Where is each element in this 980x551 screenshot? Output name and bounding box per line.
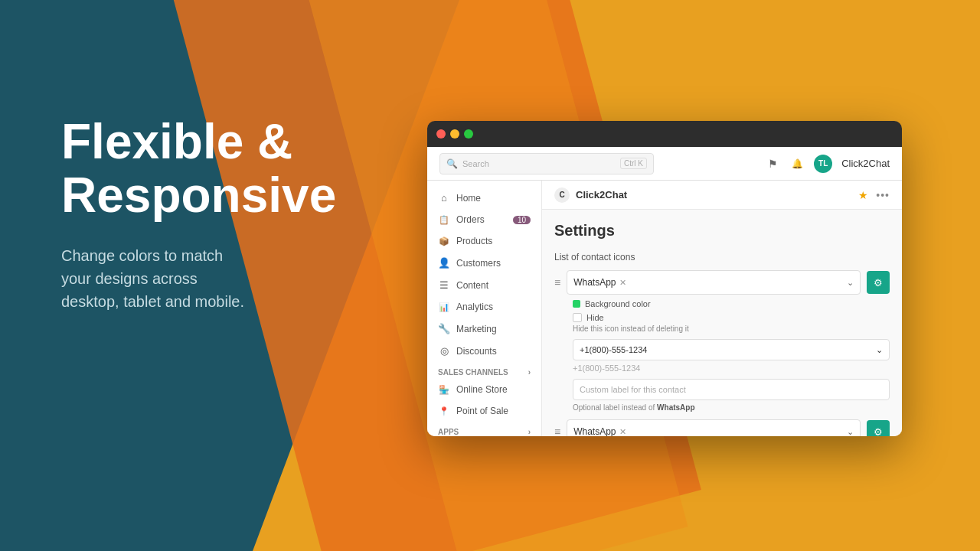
search-bar[interactable]: 🔍 Search Ctrl K <box>439 153 654 174</box>
sidebar-item-discounts[interactable]: ◎ Discounts <box>427 340 541 362</box>
select-tags-1: WhatsApp ✕ <box>573 277 626 288</box>
dot-red[interactable] <box>436 129 446 139</box>
sidebar-item-home[interactable]: ⌂ Home <box>427 187 541 209</box>
username: Click2Chat <box>841 158 890 169</box>
bg-color-row: Background color <box>573 299 890 308</box>
bell-icon[interactable]: 🔔 <box>789 156 805 171</box>
tag-remove-2[interactable]: ✕ <box>619 427 626 437</box>
sidebar-item-orders[interactable]: 📋 Orders 10 <box>427 209 541 230</box>
app-chrome: 🔍 Search Ctrl K ⚑ 🔔 TL Click2Chat <box>427 147 902 436</box>
sidebar-label-content: Content <box>456 280 488 291</box>
phone-chevron: ⌄ <box>876 345 883 355</box>
hide-label: Hide <box>586 313 604 322</box>
bg-color-label: Background color <box>585 299 651 308</box>
sidebar-label-customers: Customers <box>456 258 501 269</box>
gear-button-1[interactable]: ⚙ <box>867 271 890 294</box>
sidebar-label-orders: Orders <box>456 214 485 225</box>
list-label: List of contact icons <box>554 252 890 262</box>
ctrl-k-label: Ctrl K <box>620 158 647 169</box>
sidebar-item-online-store[interactable]: 🏪 Online Store <box>427 379 541 400</box>
headline-text: Flexible & Responsive <box>61 115 429 223</box>
apps-section[interactable]: Apps › <box>427 422 541 436</box>
flag-icon[interactable]: ⚑ <box>765 156 780 171</box>
select-tags-2: WhatsApp ✕ <box>573 426 626 436</box>
main-layout: ⌂ Home 📋 Orders 10 📦 Products 👤 Customer… <box>427 181 902 436</box>
hide-checkbox[interactable] <box>573 313 582 322</box>
app-header: C Click2Chat ★ ••• <box>542 181 902 210</box>
hide-desc: Hide this icon instead of deleting it <box>573 324 890 333</box>
phone-placeholder: +1(800)-555-1234 <box>573 364 890 373</box>
top-nav: 🔍 Search Ctrl K ⚑ 🔔 TL Click2Chat <box>427 147 902 181</box>
sidebar-item-content[interactable]: ☰ Content <box>427 274 541 296</box>
subtext: Change colors to match your designs acro… <box>61 244 429 313</box>
dot-green[interactable] <box>464 129 473 139</box>
phone-input[interactable]: +1(800)-555-1234 ⌄ <box>573 339 890 360</box>
app-logo: C <box>554 187 570 203</box>
app-header-right: ★ ••• <box>858 189 890 201</box>
select-chevron-1[interactable]: ⌄ <box>847 278 854 288</box>
sidebar-label-home: Home <box>456 193 481 204</box>
browser-window: 🔍 Search Ctrl K ⚑ 🔔 TL Click2Chat <box>427 121 902 436</box>
search-icon: 🔍 <box>446 158 458 169</box>
hide-row: Hide <box>573 313 890 322</box>
sidebar-label-pos: Point of Sale <box>456 406 508 416</box>
pos-icon: 📍 <box>438 406 450 416</box>
app-header-title: Click2Chat <box>576 189 627 201</box>
nav-right: ⚑ 🔔 TL Click2Chat <box>765 155 890 173</box>
search-placeholder: Search <box>462 159 489 168</box>
sidebar-label-discounts: Discounts <box>456 346 497 357</box>
discounts-icon: ◎ <box>438 345 450 357</box>
select-value-2: WhatsApp <box>573 426 616 436</box>
analytics-icon: 📊 <box>438 302 450 312</box>
optional-label: Optional label instead of WhatsApp <box>573 403 890 412</box>
contact-row-2: ≡ WhatsApp ✕ ⌄ ⚙ <box>554 419 890 436</box>
online-store-icon: 🏪 <box>438 385 450 395</box>
title-bar <box>427 121 902 147</box>
apps-chevron: › <box>528 428 531 436</box>
custom-label-input[interactable]: Custom label for this contact <box>573 379 890 400</box>
settings-title: Settings <box>554 222 890 240</box>
sidebar-label-products: Products <box>456 236 492 246</box>
marketing-icon: 🔧 <box>438 323 450 334</box>
sales-channels-chevron: › <box>528 368 531 377</box>
gear-button-2[interactable]: ⚙ <box>867 420 890 436</box>
sidebar-label-online-store: Online Store <box>456 384 508 395</box>
select-chevron-2[interactable]: ⌄ <box>847 427 854 437</box>
contact-row-1: ≡ WhatsApp ✕ ⌄ ⚙ <box>554 270 890 295</box>
sidebar-item-pos[interactable]: 📍 Point of Sale <box>427 400 541 422</box>
sidebar-item-marketing[interactable]: 🔧 Marketing <box>427 318 541 340</box>
contact-select-2[interactable]: WhatsApp ✕ ⌄ <box>567 419 861 436</box>
home-icon: ⌂ <box>438 192 450 204</box>
sidebar-item-customers[interactable]: 👤 Customers <box>427 252 541 274</box>
contact-select-1[interactable]: WhatsApp ✕ ⌄ <box>567 270 861 295</box>
tag-remove-1[interactable]: ✕ <box>619 278 626 288</box>
more-options-icon[interactable]: ••• <box>876 189 890 201</box>
left-content-panel: Flexible & Responsive Change colors to m… <box>61 115 429 313</box>
orders-badge: 10 <box>513 216 531 224</box>
products-icon: 📦 <box>438 236 450 246</box>
sidebar-item-products[interactable]: 📦 Products <box>427 230 541 252</box>
content-area: C Click2Chat ★ ••• Settings List of cont… <box>542 181 902 436</box>
drag-handle-2[interactable]: ≡ <box>554 425 560 436</box>
content-icon: ☰ <box>438 279 450 291</box>
sidebar-item-analytics[interactable]: 📊 Analytics <box>427 296 541 318</box>
settings-panel: Settings List of contact icons ≡ WhatsAp… <box>542 210 902 436</box>
color-dot[interactable] <box>573 300 580 308</box>
drag-handle-1[interactable]: ≡ <box>554 276 560 289</box>
sales-channels-section[interactable]: Sales channels › <box>427 362 541 379</box>
select-value-1: WhatsApp <box>573 277 616 288</box>
star-icon[interactable]: ★ <box>858 189 868 201</box>
dot-yellow[interactable] <box>450 129 459 139</box>
user-avatar[interactable]: TL <box>814 155 832 173</box>
sub-options-1: Background color Hide Hide this icon ins… <box>573 299 890 412</box>
sidebar-label-analytics: Analytics <box>456 302 493 312</box>
orders-icon: 📋 <box>438 215 450 225</box>
sidebar-label-marketing: Marketing <box>456 324 497 334</box>
sidebar: ⌂ Home 📋 Orders 10 📦 Products 👤 Customer… <box>427 181 542 436</box>
customers-icon: 👤 <box>438 257 450 269</box>
